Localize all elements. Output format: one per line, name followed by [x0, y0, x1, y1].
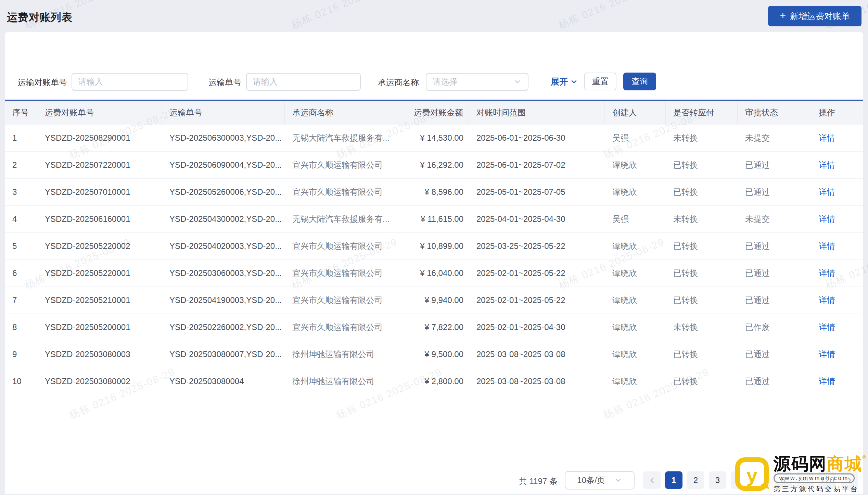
cell-amount: ¥ 7,822.00 — [396, 314, 469, 341]
cell-amount: ¥ 10,899.00 — [396, 233, 469, 259]
cell-converted: 已转换 — [666, 368, 738, 395]
cell-carrier: 徐州坤驰运输有限公司 — [285, 341, 396, 368]
cell-amount: ¥ 2,800.00 — [396, 368, 469, 395]
cell-transport: YSD-202504190003,YSD-20... — [162, 287, 285, 314]
carrier-select[interactable]: 请选择 — [426, 73, 528, 91]
detail-link[interactable]: 详情 — [819, 214, 835, 225]
brand-text: 源码网商城® www.ymwmall.com 第三方源代码交易平台 — [774, 455, 867, 494]
add-reconciliation-button-label: 新增运费对账单 — [790, 11, 850, 22]
detail-link[interactable]: 详情 — [819, 322, 835, 333]
cell-bill-no: YSDZD-202503080003 — [37, 341, 162, 368]
cell-carrier: 宜兴市久顺运输有限公司 — [285, 233, 396, 259]
col-header-carrier: 承运商名称 — [285, 101, 396, 125]
pagination-bar: 共 1197 条 10条/页 123456••• 120 — [5, 467, 863, 494]
table-row: 5 YSDZD-202505220002 YSD-202504020003,YS… — [5, 233, 863, 260]
cell-seq: 5 — [5, 233, 37, 259]
table-row: 9 YSDZD-202503080003 YSD-202503080007,YS… — [5, 341, 863, 368]
detail-link[interactable]: 详情 — [819, 241, 835, 252]
cell-carrier: 无锡大陆汽车救援服务有... — [285, 206, 396, 232]
cell-bill-no: YSDZD-202503080002 — [37, 368, 162, 395]
detail-link[interactable]: 详情 — [819, 187, 835, 198]
page-button-1[interactable]: 1 — [665, 471, 682, 489]
cell-date-range: 2025-02-01~2025-05-22 — [469, 260, 605, 287]
col-header-seq: 序号 — [5, 101, 37, 125]
table-row: 7 YSDZD-202505210001 YSD-202504190003,YS… — [5, 287, 863, 314]
cell-converted: 已转换 — [666, 233, 738, 259]
detail-link[interactable]: 详情 — [819, 160, 835, 170]
expand-filters-link[interactable]: 展开 — [551, 76, 578, 87]
cell-amount: ¥ 16,040.00 — [396, 260, 469, 287]
page-button-3[interactable]: 3 — [709, 471, 726, 489]
cell-amount: ¥ 9,940.00 — [396, 287, 469, 314]
carrier-select-placeholder: 请选择 — [433, 76, 457, 87]
chevron-down-icon — [570, 78, 578, 86]
cell-creator: 谭晓欣 — [605, 368, 666, 395]
detail-link[interactable]: 详情 — [819, 376, 835, 387]
table-row: 4 YSDZD-202506160001 YSD-202504300002,YS… — [5, 206, 863, 233]
page-button-2[interactable]: 2 — [687, 471, 704, 489]
chevron-left-icon — [648, 476, 656, 485]
brand-url: www.ymwmall.com — [774, 473, 855, 483]
reset-button[interactable]: 重置 — [584, 73, 616, 90]
cell-seq: 9 — [5, 341, 37, 368]
page-size-value: 10条/页 — [577, 475, 605, 486]
table-header: 序号 运费对账单号 运输单号 承运商名称 运费对账金额 对账时间范围 创建人 是… — [5, 101, 863, 125]
topbar: 运费对账列表 + 新增运费对账单 — [0, 0, 868, 32]
add-reconciliation-button[interactable]: + 新增运费对账单 — [768, 6, 861, 26]
table-row: 10 YSDZD-202503080002 YSD-202503080004 徐… — [5, 368, 863, 395]
detail-link[interactable]: 详情 — [819, 295, 835, 306]
cell-converted: 未转换 — [666, 125, 738, 151]
cell-converted: 已转换 — [666, 260, 738, 287]
registered-mark: ® — [863, 455, 867, 460]
cell-approval: 已作废 — [738, 314, 811, 341]
cell-approval: 已通过 — [738, 260, 811, 287]
cell-creator: 谭晓欣 — [605, 179, 666, 205]
cell-seq: 4 — [5, 206, 37, 232]
cell-transport: YSD-202502260002,YSD-20... — [162, 314, 285, 341]
cell-date-range: 2025-04-01~2025-04-30 — [469, 206, 605, 232]
table-row: 3 YSDZD-202507010001 YSD-202505260006,YS… — [5, 179, 863, 206]
cell-creator: 吴强 — [605, 125, 666, 151]
cell-converted: 已转换 — [666, 152, 738, 178]
brand-name: 源码网商城® — [774, 455, 867, 473]
table-row: 8 YSDZD-202505200001 YSD-202502260002,YS… — [5, 314, 863, 341]
brand-name-black: 源码网 — [774, 454, 827, 473]
cell-converted: 已转换 — [666, 287, 738, 314]
query-button[interactable]: 查询 — [623, 73, 656, 90]
page-size-select[interactable]: 10条/页 — [565, 471, 635, 490]
cell-carrier: 宜兴市久顺运输有限公司 — [285, 152, 396, 178]
cell-converted: 未转换 — [666, 206, 738, 232]
cell-approval: 已通过 — [738, 368, 811, 395]
cell-date-range: 2025-03-08~2025-03-08 — [469, 341, 605, 368]
detail-link[interactable]: 详情 — [819, 268, 835, 279]
cell-carrier: 宜兴市久顺运输有限公司 — [285, 287, 396, 314]
cell-creator: 谭晓欣 — [605, 314, 666, 341]
detail-link[interactable]: 详情 — [819, 349, 835, 360]
cell-seq: 10 — [5, 368, 37, 395]
cell-approval: 已通过 — [738, 152, 811, 178]
cell-date-range: 2025-03-25~2025-05-22 — [469, 233, 605, 259]
cell-transport: YSD-202506090004,YSD-20... — [162, 152, 285, 178]
detail-link[interactable]: 详情 — [819, 132, 835, 143]
col-header-amount: 运费对账金额 — [396, 101, 469, 125]
table-row: 1 YSDZD-202508290001 YSD-202506300003,YS… — [5, 125, 863, 152]
filter-bar: 运输对账单号 运输单号 承运商名称 请选择 展开 重置 查询 — [5, 32, 863, 100]
cell-seq: 1 — [5, 125, 37, 151]
filter-label-transport-no: 运输单号 — [208, 77, 241, 88]
cell-carrier: 宜兴市久顺运输有限公司 — [285, 260, 396, 287]
cell-bill-no: YSDZD-202505220002 — [37, 233, 162, 259]
table-row: 6 YSDZD-202505220001 YSD-202503060003,YS… — [5, 260, 863, 287]
cell-approval: 已通过 — [738, 287, 811, 314]
cell-seq: 3 — [5, 179, 37, 205]
bill-no-input[interactable] — [72, 73, 188, 91]
cell-date-range: 2025-06-01~2025-06-30 — [469, 125, 605, 151]
table-row: 2 YSDZD-202507220001 YSD-202506090004,YS… — [5, 152, 863, 179]
transport-no-input[interactable] — [246, 73, 361, 91]
cell-amount: ¥ 8,596.00 — [396, 179, 469, 205]
cell-transport: YSD-202503080007,YSD-20... — [162, 341, 285, 368]
cell-transport: YSD-202504300002,YSD-20... — [162, 206, 285, 232]
cell-bill-no: YSDZD-202507010001 — [37, 179, 162, 205]
cell-transport: YSD-202503080004 — [162, 368, 285, 395]
prev-page-button[interactable] — [643, 471, 661, 489]
filter-label-bill-no: 运输对账单号 — [18, 77, 67, 88]
